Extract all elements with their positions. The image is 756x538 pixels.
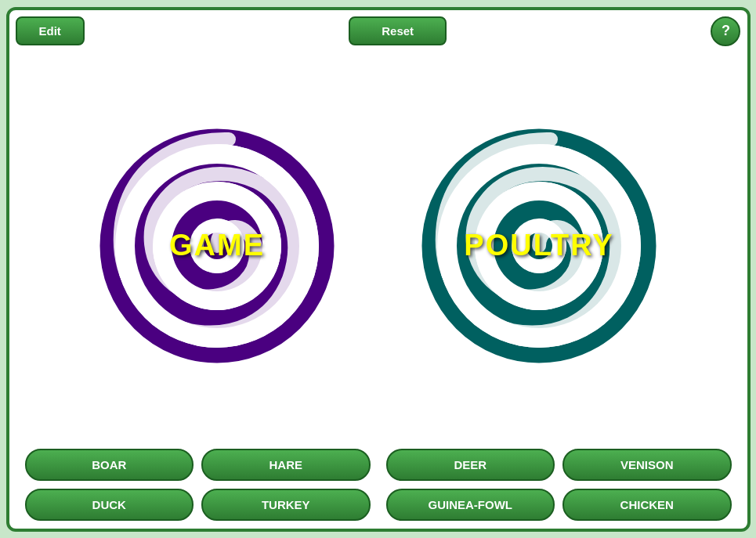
deer-button[interactable]: DEER <box>386 449 555 481</box>
boar-button[interactable]: BOAR <box>25 449 194 481</box>
edit-button[interactable]: Edit <box>16 16 85 45</box>
reset-button[interactable]: Reset <box>349 16 447 45</box>
poultry-spiral-container[interactable]: POULTRY <box>421 128 657 363</box>
bottom-right-group: DEER VENISON GUINEA-FOWL CHICKEN <box>378 449 732 521</box>
bottom-area: BOAR HARE DUCK TURKEY DEER VENISON GUINE… <box>9 449 747 521</box>
chicken-button[interactable]: CHICKEN <box>562 489 732 521</box>
game-spiral-container[interactable]: GAME <box>99 128 335 363</box>
main-container: Edit Reset ? <box>6 7 751 532</box>
bottom-left-group: BOAR HARE DUCK TURKEY <box>25 449 378 521</box>
guinea-fowl-button[interactable]: GUINEA-FOWL <box>386 489 555 521</box>
hare-button[interactable]: HARE <box>201 449 371 481</box>
top-bar: Edit Reset ? <box>16 16 741 46</box>
spirals-area: GAME <box>9 65 747 427</box>
help-button[interactable]: ? <box>711 16 740 46</box>
duck-button[interactable]: DUCK <box>25 489 194 521</box>
poultry-spiral-svg <box>421 128 657 363</box>
turkey-button[interactable]: TURKEY <box>201 489 371 521</box>
game-spiral-svg <box>99 128 335 363</box>
venison-button[interactable]: VENISON <box>562 449 732 481</box>
